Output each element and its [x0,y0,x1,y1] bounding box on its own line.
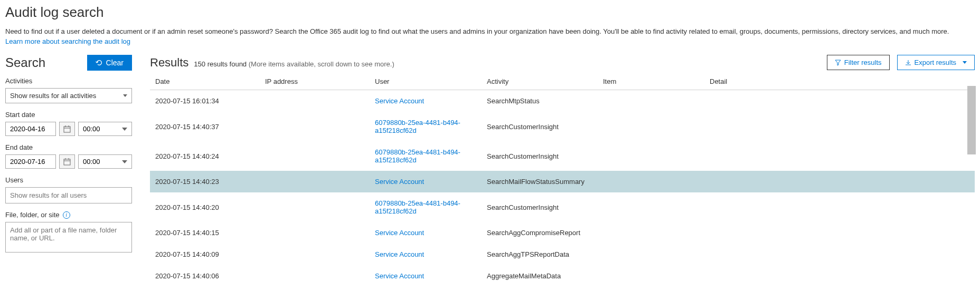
enddate-input[interactable] [5,154,56,169]
col-detail[interactable]: Detail [704,75,975,90]
undo-icon [96,59,103,66]
filter-results-label: Filter results [844,59,882,66]
filter-results-button[interactable]: Filter results [827,55,890,70]
table-row[interactable]: 2020-07-15 14:40:15Service AccountSearch… [150,222,975,244]
users-label: Users [5,176,132,184]
cell-user: Service Account [370,171,482,192]
info-icon[interactable]: i [63,211,70,219]
cell-ip [260,265,370,287]
user-link[interactable]: 6079880b-25ea-4481-b494-a15f218cf62d [375,199,460,215]
users-input[interactable] [5,187,132,203]
intro-text: Need to find out if a user deleted a doc… [5,27,975,36]
clear-button-label: Clear [106,59,124,67]
results-table: Date IP address User Activity Item Detai… [150,75,975,287]
svg-rect-0 [64,127,70,132]
results-panel: Results 150 results found (More items av… [150,55,975,287]
search-panel: Search Clear Activities Show results for… [5,55,132,287]
cell-date: 2020-07-15 14:40:37 [150,112,260,141]
cell-detail [704,244,975,265]
cell-user: Service Account [370,90,482,112]
table-row[interactable]: 2020-07-15 16:01:34Service AccountSearch… [150,90,975,112]
table-header-row: Date IP address User Activity Item Detai… [150,75,975,90]
cell-activity: SearchMailFlowStatusSummary [482,171,598,192]
cell-activity: SearchMtpStatus [482,90,598,112]
user-link[interactable]: 6079880b-25ea-4481-b494-a15f218cf62d [375,119,460,134]
clear-button[interactable]: Clear [87,55,132,71]
endtime-select[interactable]: 00:00 [78,154,132,169]
col-ip[interactable]: IP address [260,75,370,90]
cell-activity: SearchAggCompromiseReport [482,222,598,244]
enddate-calendar-button[interactable] [59,154,75,169]
cell-item [598,244,704,265]
cell-ip [260,90,370,112]
startdate-input[interactable] [5,122,56,136]
activities-value: Show results for all activities [10,92,96,100]
cell-ip [260,244,370,265]
cell-item [598,90,704,112]
chevron-down-icon [963,61,967,64]
cell-ip [260,192,370,222]
cell-item [598,171,704,192]
download-icon [905,60,911,66]
user-link[interactable]: Service Account [375,97,424,105]
cell-ip [260,222,370,244]
col-item[interactable]: Item [598,75,704,90]
col-date[interactable]: Date [150,75,260,90]
search-heading: Search [5,55,45,70]
user-link[interactable]: Service Account [375,178,424,186]
cell-detail [704,112,975,141]
user-link[interactable]: Service Account [375,229,424,237]
cell-user: 6079880b-25ea-4481-b494-a15f218cf62d [370,192,482,222]
enddate-label: End date [5,143,132,151]
col-activity[interactable]: Activity [482,75,598,90]
user-link[interactable]: 6079880b-25ea-4481-b494-a15f218cf62d [375,148,460,164]
file-input[interactable] [5,222,132,253]
svg-rect-4 [64,159,70,165]
cell-user: Service Account [370,222,482,244]
file-label: File, folder, or site i [5,211,132,219]
cell-date: 2020-07-15 14:40:23 [150,171,260,192]
export-results-button[interactable]: Export results [897,55,975,70]
user-link[interactable]: Service Account [375,250,424,258]
activities-dropdown[interactable]: Show results for all activities [5,88,132,103]
results-hint: (More items available, scroll down to se… [249,60,394,68]
cell-user: 6079880b-25ea-4481-b494-a15f218cf62d [370,141,482,171]
cell-ip [260,141,370,171]
cell-date: 2020-07-15 14:40:09 [150,244,260,265]
export-results-label: Export results [915,59,956,66]
cell-item [598,222,704,244]
startdate-calendar-button[interactable] [59,122,75,136]
cell-date: 2020-07-15 14:40:15 [150,222,260,244]
cell-detail [704,90,975,112]
cell-ip [260,171,370,192]
cell-user: 6079880b-25ea-4481-b494-a15f218cf62d [370,112,482,141]
cell-date: 2020-07-15 16:01:34 [150,90,260,112]
activities-label: Activities [5,77,132,85]
cell-user: Service Account [370,244,482,265]
cell-detail [704,171,975,192]
cell-detail [704,192,975,222]
table-row[interactable]: 2020-07-15 14:40:376079880b-25ea-4481-b4… [150,112,975,141]
cell-item [598,112,704,141]
cell-date: 2020-07-15 14:40:20 [150,192,260,222]
page-title: Audit log search [5,4,975,21]
cell-ip [260,112,370,141]
col-user[interactable]: User [370,75,482,90]
starttime-select[interactable]: 00:00 [78,122,132,136]
cell-date: 2020-07-15 14:40:24 [150,141,260,171]
table-row[interactable]: 2020-07-15 14:40:206079880b-25ea-4481-b4… [150,192,975,222]
learn-more-link[interactable]: Learn more about searching the audit log [5,37,130,45]
table-row[interactable]: 2020-07-15 14:40:246079880b-25ea-4481-b4… [150,141,975,171]
calendar-icon [63,125,71,133]
user-link[interactable]: Service Account [375,272,424,280]
results-count: 150 results found [194,60,247,68]
scrollbar[interactable] [967,86,976,154]
cell-activity: SearchAggTPSReportData [482,244,598,265]
calendar-icon [63,158,71,166]
table-row[interactable]: 2020-07-15 14:40:06Service AccountAggreg… [150,265,975,287]
table-row[interactable]: 2020-07-15 14:40:09Service AccountSearch… [150,244,975,265]
filter-icon [835,60,841,66]
cell-activity: AggregateMailMetaData [482,265,598,287]
cell-item [598,265,704,287]
table-row[interactable]: 2020-07-15 14:40:23Service AccountSearch… [150,171,975,192]
